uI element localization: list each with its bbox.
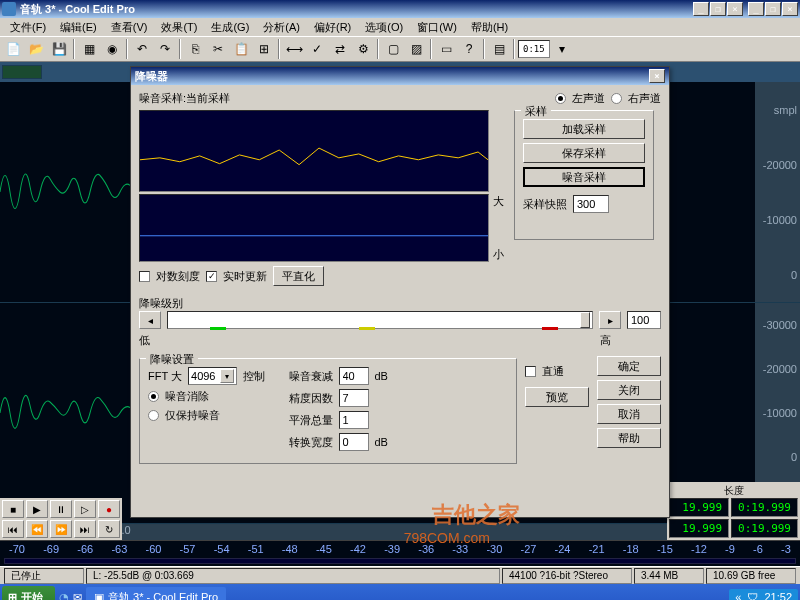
level-meter[interactable]: -70-69-66-63-60-57-54-51-48-45-42-39-36-… <box>0 540 800 566</box>
time-display: 0:15 <box>518 40 550 58</box>
nr-level-slider[interactable] <box>167 311 593 329</box>
statusbar: 已停止 L: -25.5dB @ 0:03.669 44100 ?16-bit … <box>0 566 800 584</box>
menu-help[interactable]: 帮助(H) <box>465 19 514 36</box>
help-button[interactable]: 帮助 <box>597 428 661 448</box>
slider-right-button[interactable]: ▸ <box>599 311 621 329</box>
play-button[interactable]: ▶ <box>26 500 48 518</box>
copy-button[interactable]: ⎘ <box>184 38 206 60</box>
windows-icon: ⊞ <box>8 591 17 601</box>
menu-edit[interactable]: 编辑(E) <box>54 19 103 36</box>
ruler-label: -30000 <box>763 319 797 331</box>
pause-button[interactable]: ⏸ <box>50 500 72 518</box>
start-button[interactable]: ⊞ 开始 <box>2 586 55 600</box>
save-profile-button[interactable]: 保存采样 <box>523 143 645 163</box>
more-button[interactable]: ▾ <box>551 38 573 60</box>
flatten-button[interactable]: 平直化 <box>273 266 324 286</box>
menu-view[interactable]: 查看(V) <box>105 19 154 36</box>
quicklaunch-icon[interactable]: ◔ <box>59 591 69 601</box>
new-button[interactable]: 📄 <box>2 38 24 60</box>
length-label: 长度 <box>669 484 798 498</box>
app-icon <box>2 2 16 16</box>
tray-icon[interactable]: « <box>735 591 741 600</box>
secondary-minimize-button[interactable]: _ <box>748 2 764 16</box>
reduce-by-input[interactable] <box>339 367 369 385</box>
noise-profile-graph[interactable] <box>139 110 489 192</box>
left-channel-radio[interactable] <box>555 93 566 104</box>
tools-button[interactable]: ✓ <box>306 38 328 60</box>
clock: 21:52 <box>764 591 792 600</box>
system-tray[interactable]: « 🛡 21:52 <box>729 589 798 600</box>
ruler-button[interactable]: ▭ <box>435 38 457 60</box>
ok-button[interactable]: 确定 <box>597 356 661 376</box>
menu-analyze[interactable]: 分析(A) <box>257 19 306 36</box>
cut-button[interactable]: ✂ <box>207 38 229 60</box>
menu-window[interactable]: 窗口(W) <box>411 19 463 36</box>
go-start-button[interactable]: ⏮ <box>2 520 24 538</box>
multitrack-button[interactable]: ▦ <box>78 38 100 60</box>
undo-button[interactable]: ↶ <box>131 38 153 60</box>
cd-button[interactable]: ◉ <box>101 38 123 60</box>
close-button[interactable]: 关闭 <box>597 380 661 400</box>
transition-input[interactable] <box>339 433 369 451</box>
watermark: 吉他之家 <box>432 500 520 530</box>
save-button[interactable]: 💾 <box>48 38 70 60</box>
quicklaunch-icon[interactable]: ✉ <box>73 591 82 601</box>
go-end-button[interactable]: ⏭ <box>74 520 96 538</box>
load-profile-button[interactable]: 加载采样 <box>523 119 645 139</box>
play-loop-button[interactable]: ▷ <box>74 500 96 518</box>
secondary-restore-button[interactable]: ❐ <box>765 2 781 16</box>
remove-noise-radio[interactable] <box>148 391 159 402</box>
convert-button[interactable]: ⇄ <box>329 38 351 60</box>
status-size: 3.44 MB <box>634 568 704 584</box>
get-profile-button[interactable]: 噪音采样 <box>523 167 645 187</box>
app-titlebar: 音轨 3* - Cool Edit Pro _ ❐ × _ ❐ × <box>0 0 800 18</box>
forward-button[interactable]: ⏩ <box>50 520 72 538</box>
loop-button[interactable]: ↻ <box>98 520 120 538</box>
dialog-titlebar[interactable]: 降噪器 × <box>131 67 669 85</box>
snapshot-input[interactable] <box>573 195 609 213</box>
secondary-close-button[interactable]: × <box>782 2 798 16</box>
dialog-close-button[interactable]: × <box>649 69 665 83</box>
zoom-sel-button[interactable]: ▢ <box>382 38 404 60</box>
smoothing-input[interactable] <box>339 411 369 429</box>
menu-generate[interactable]: 生成(G) <box>205 19 255 36</box>
close-button[interactable]: × <box>727 2 743 16</box>
ruler-label: -20000 <box>763 363 797 375</box>
menu-options[interactable]: 选项(O) <box>359 19 409 36</box>
menu-effects[interactable]: 效果(T) <box>155 19 203 36</box>
ruler-label: 0 <box>791 451 797 463</box>
settings-button[interactable]: ⚙ <box>352 38 374 60</box>
keep-noise-radio[interactable] <box>148 410 159 421</box>
trim-button[interactable]: ⟷ <box>283 38 305 60</box>
nr-level-input[interactable] <box>627 311 661 329</box>
spectral-button[interactable]: ▨ <box>405 38 427 60</box>
mix-paste-button[interactable]: ⊞ <box>253 38 275 60</box>
status-free: 10.69 GB free <box>706 568 796 584</box>
tray-icon[interactable]: 🛡 <box>747 591 758 600</box>
menu-favorites[interactable]: 偏好(R) <box>308 19 357 36</box>
open-button[interactable]: 📂 <box>25 38 47 60</box>
ruler-label: 0 <box>791 269 797 281</box>
rewind-button[interactable]: ⏪ <box>26 520 48 538</box>
preview-button[interactable]: 预览 <box>525 387 589 407</box>
minimize-button[interactable]: _ <box>693 2 709 16</box>
fft-size-select[interactable]: 4096 ▾ <box>188 367 236 385</box>
live-update-checkbox[interactable] <box>206 271 217 282</box>
menu-file[interactable]: 文件(F) <box>4 19 52 36</box>
reduction-graph[interactable] <box>139 194 489 262</box>
paste-button[interactable]: 📋 <box>230 38 252 60</box>
restore-button[interactable]: ❐ <box>710 2 726 16</box>
stop-button[interactable]: ■ <box>2 500 24 518</box>
help-button[interactable]: ? <box>458 38 480 60</box>
right-channel-radio[interactable] <box>611 93 622 104</box>
cancel-button[interactable]: 取消 <box>597 404 661 424</box>
view-length: 0:19.999 <box>731 519 798 538</box>
bypass-checkbox[interactable] <box>525 366 536 377</box>
opts-button[interactable]: ▤ <box>488 38 510 60</box>
log-scale-checkbox[interactable] <box>139 271 150 282</box>
slider-left-button[interactable]: ◂ <box>139 311 161 329</box>
taskbar-item[interactable]: ▣ 音轨 3* - Cool Edit Pro <box>86 587 226 600</box>
record-button[interactable]: ● <box>98 500 120 518</box>
redo-button[interactable]: ↷ <box>154 38 176 60</box>
precision-input[interactable] <box>339 389 369 407</box>
